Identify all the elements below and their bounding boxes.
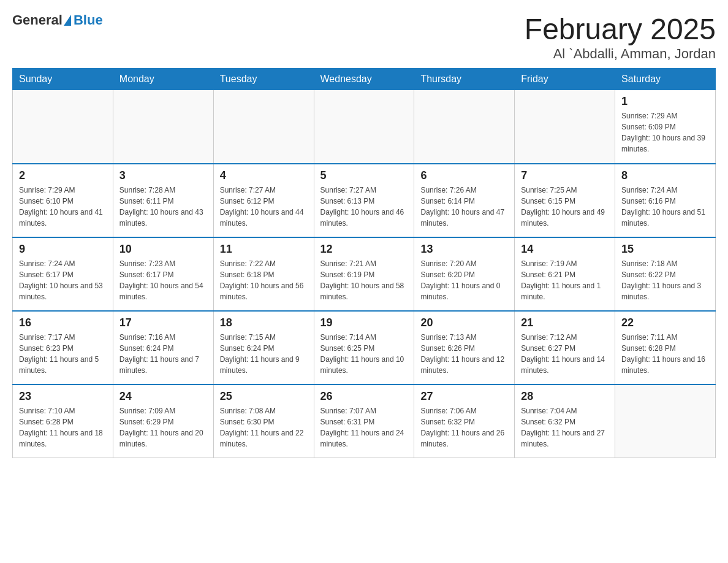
calendar-cell: 27Sunrise: 7:06 AM Sunset: 6:32 PM Dayli… [414,385,515,458]
weekday-header-saturday: Saturday [615,69,716,90]
day-number: 16 [19,316,107,329]
day-info: Sunrise: 7:25 AM Sunset: 6:15 PM Dayligh… [521,185,609,229]
location-subtitle: Al `Abdalli, Amman, Jordan [525,46,716,62]
weekday-header-sunday: Sunday [13,69,113,90]
calendar-cell: 25Sunrise: 7:08 AM Sunset: 6:30 PM Dayli… [213,385,314,458]
day-number: 14 [521,243,609,256]
day-info: Sunrise: 7:17 AM Sunset: 6:23 PM Dayligh… [19,332,107,376]
day-info: Sunrise: 7:13 AM Sunset: 6:26 PM Dayligh… [420,332,508,376]
calendar-cell: 21Sunrise: 7:12 AM Sunset: 6:27 PM Dayli… [515,311,615,385]
calendar-cell [414,90,515,164]
page-header: General Blue February 2025 Al `Abdalli, … [12,12,716,62]
calendar-cell: 11Sunrise: 7:22 AM Sunset: 6:18 PM Dayli… [213,237,314,311]
calendar-cell: 12Sunrise: 7:21 AM Sunset: 6:19 PM Dayli… [314,237,414,311]
day-number: 10 [119,243,207,256]
day-info: Sunrise: 7:08 AM Sunset: 6:30 PM Dayligh… [220,405,308,450]
calendar-cell: 24Sunrise: 7:09 AM Sunset: 6:29 PM Dayli… [113,385,213,458]
weekday-header-monday: Monday [113,69,213,90]
day-number: 8 [621,169,709,182]
day-info: Sunrise: 7:15 AM Sunset: 6:24 PM Dayligh… [220,332,308,376]
calendar-cell: 8Sunrise: 7:24 AM Sunset: 6:16 PM Daylig… [615,164,716,237]
day-number: 6 [420,169,508,182]
day-info: Sunrise: 7:18 AM Sunset: 6:22 PM Dayligh… [621,258,709,302]
calendar-week-row: 2Sunrise: 7:29 AM Sunset: 6:10 PM Daylig… [13,164,716,237]
day-number: 18 [220,316,308,329]
day-number: 22 [621,316,709,329]
day-info: Sunrise: 7:27 AM Sunset: 6:12 PM Dayligh… [220,185,308,229]
calendar-cell: 1Sunrise: 7:29 AM Sunset: 6:09 PM Daylig… [615,90,716,164]
logo-triangle-icon [64,15,71,26]
day-number: 15 [621,243,709,256]
day-info: Sunrise: 7:24 AM Sunset: 6:16 PM Dayligh… [621,185,709,229]
day-number: 4 [220,169,308,182]
logo-blue-text: Blue [74,12,103,28]
calendar-cell: 19Sunrise: 7:14 AM Sunset: 6:25 PM Dayli… [314,311,414,385]
day-info: Sunrise: 7:10 AM Sunset: 6:28 PM Dayligh… [19,405,107,450]
weekday-header-wednesday: Wednesday [314,69,414,90]
day-info: Sunrise: 7:20 AM Sunset: 6:20 PM Dayligh… [420,258,508,302]
day-info: Sunrise: 7:16 AM Sunset: 6:24 PM Dayligh… [119,332,207,376]
calendar-cell: 6Sunrise: 7:26 AM Sunset: 6:14 PM Daylig… [414,164,515,237]
logo-general-text: General [12,12,63,28]
day-info: Sunrise: 7:29 AM Sunset: 6:09 PM Dayligh… [621,110,709,155]
day-number: 26 [320,390,408,403]
day-info: Sunrise: 7:28 AM Sunset: 6:11 PM Dayligh… [119,185,207,229]
day-info: Sunrise: 7:09 AM Sunset: 6:29 PM Dayligh… [119,405,207,450]
calendar-cell [13,90,113,164]
day-number: 13 [420,243,508,256]
month-title: February 2025 [525,12,716,46]
weekday-header-friday: Friday [515,69,615,90]
day-number: 12 [320,243,408,256]
calendar-cell [615,385,716,458]
calendar-cell: 28Sunrise: 7:04 AM Sunset: 6:32 PM Dayli… [515,385,615,458]
day-info: Sunrise: 7:24 AM Sunset: 6:17 PM Dayligh… [19,258,107,302]
calendar-cell: 17Sunrise: 7:16 AM Sunset: 6:24 PM Dayli… [113,311,213,385]
title-section: February 2025 Al `Abdalli, Amman, Jordan [525,12,716,62]
day-info: Sunrise: 7:26 AM Sunset: 6:14 PM Dayligh… [420,185,508,229]
day-number: 21 [521,316,609,329]
day-number: 23 [19,390,107,403]
calendar-cell: 7Sunrise: 7:25 AM Sunset: 6:15 PM Daylig… [515,164,615,237]
calendar-cell: 13Sunrise: 7:20 AM Sunset: 6:20 PM Dayli… [414,237,515,311]
weekday-header-thursday: Thursday [414,69,515,90]
day-number: 20 [420,316,508,329]
day-info: Sunrise: 7:07 AM Sunset: 6:31 PM Dayligh… [320,405,408,450]
calendar-cell: 14Sunrise: 7:19 AM Sunset: 6:21 PM Dayli… [515,237,615,311]
calendar-cell: 10Sunrise: 7:23 AM Sunset: 6:17 PM Dayli… [113,237,213,311]
logo: General Blue [12,12,103,28]
calendar-cell: 26Sunrise: 7:07 AM Sunset: 6:31 PM Dayli… [314,385,414,458]
day-number: 27 [420,390,508,403]
day-number: 17 [119,316,207,329]
day-number: 25 [220,390,308,403]
calendar-cell: 22Sunrise: 7:11 AM Sunset: 6:28 PM Dayli… [615,311,716,385]
day-info: Sunrise: 7:29 AM Sunset: 6:10 PM Dayligh… [19,185,107,229]
day-info: Sunrise: 7:06 AM Sunset: 6:32 PM Dayligh… [420,405,508,450]
calendar-cell [213,90,314,164]
day-info: Sunrise: 7:11 AM Sunset: 6:28 PM Dayligh… [621,332,709,376]
day-info: Sunrise: 7:23 AM Sunset: 6:17 PM Dayligh… [119,258,207,302]
calendar-cell [113,90,213,164]
calendar-cell: 15Sunrise: 7:18 AM Sunset: 6:22 PM Dayli… [615,237,716,311]
day-info: Sunrise: 7:04 AM Sunset: 6:32 PM Dayligh… [521,405,609,450]
day-info: Sunrise: 7:14 AM Sunset: 6:25 PM Dayligh… [320,332,408,376]
day-info: Sunrise: 7:21 AM Sunset: 6:19 PM Dayligh… [320,258,408,302]
calendar-week-row: 1Sunrise: 7:29 AM Sunset: 6:09 PM Daylig… [13,90,716,164]
day-number: 3 [119,169,207,182]
calendar-cell: 5Sunrise: 7:27 AM Sunset: 6:13 PM Daylig… [314,164,414,237]
calendar-cell: 9Sunrise: 7:24 AM Sunset: 6:17 PM Daylig… [13,237,113,311]
day-info: Sunrise: 7:22 AM Sunset: 6:18 PM Dayligh… [220,258,308,302]
calendar-cell: 18Sunrise: 7:15 AM Sunset: 6:24 PM Dayli… [213,311,314,385]
day-number: 7 [521,169,609,182]
calendar-week-row: 16Sunrise: 7:17 AM Sunset: 6:23 PM Dayli… [13,311,716,385]
calendar-cell: 16Sunrise: 7:17 AM Sunset: 6:23 PM Dayli… [13,311,113,385]
day-info: Sunrise: 7:27 AM Sunset: 6:13 PM Dayligh… [320,185,408,229]
weekday-header-tuesday: Tuesday [213,69,314,90]
day-number: 28 [521,390,609,403]
day-number: 11 [220,243,308,256]
calendar-week-row: 23Sunrise: 7:10 AM Sunset: 6:28 PM Dayli… [13,385,716,458]
day-number: 2 [19,169,107,182]
day-number: 24 [119,390,207,403]
day-number: 19 [320,316,408,329]
day-number: 1 [621,95,709,108]
calendar-cell: 4Sunrise: 7:27 AM Sunset: 6:12 PM Daylig… [213,164,314,237]
